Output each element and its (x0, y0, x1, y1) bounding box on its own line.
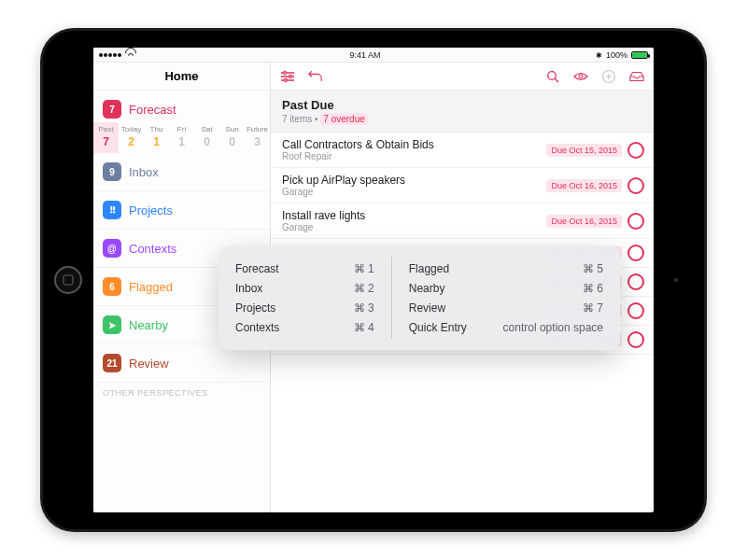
cell-signal-icon (99, 53, 121, 57)
forecast-day[interactable]: Sun0 (219, 122, 245, 153)
section-subtitle: 7 items • 7 overdue (282, 114, 642, 124)
task-title: Call Contractors & Obtain Bids (282, 138, 434, 151)
svg-line-7 (555, 78, 558, 82)
due-date: Due Oct 16, 2015 (546, 215, 622, 228)
eye-icon[interactable] (573, 69, 588, 84)
shortcut-label: Inbox (235, 282, 262, 295)
shortcut-row: Contexts⌘ 4 (235, 321, 374, 334)
sidebar-title: Home (93, 63, 270, 91)
status-time: 9:41 AM (349, 50, 380, 60)
shortcut-key: ⌘ 7 (583, 301, 603, 315)
search-icon[interactable] (545, 69, 560, 84)
task-row[interactable]: Call Contractors & Obtain Bids Roof Repa… (271, 133, 654, 168)
shortcut-row: Projects⌘ 3 (235, 301, 374, 315)
sidebar-item-label: Inbox (129, 165, 159, 179)
forecast-day[interactable]: Thu1 (144, 122, 169, 153)
svg-point-4 (289, 75, 292, 77)
task-title: Install rave lights (282, 209, 365, 222)
shortcut-row: Flagged⌘ 5 (409, 262, 603, 275)
sidebar-item-label: Contexts (129, 242, 176, 256)
complete-checkbox[interactable] (627, 177, 644, 194)
complete-checkbox[interactable] (627, 213, 644, 230)
shortcut-key: ⌘ 6 (583, 282, 603, 295)
shortcut-key: ⌘ 3 (354, 301, 374, 315)
shortcuts-overlay: Forecast⌘ 1Inbox⌘ 2Projects⌘ 3Contexts⌘ … (218, 245, 620, 350)
shortcut-row: Quick Entrycontrol option space (409, 321, 603, 334)
shortcut-label: Forecast (235, 262, 279, 275)
front-camera (674, 278, 678, 282)
screen: 9:41 AM 100% Home 7 Forecast (93, 48, 654, 512)
due-date: Due Oct 16, 2015 (546, 179, 622, 192)
sidebar-item-label: Projects (129, 203, 173, 217)
complete-checkbox[interactable] (627, 245, 644, 261)
shortcut-label: Projects (235, 301, 275, 315)
inbox-icon: 9 (103, 162, 121, 181)
svg-point-5 (285, 78, 288, 81)
forecast-week: Past7Today2Thu1Fri1Sat0Sun0Future3 (93, 122, 270, 153)
sidebar-item-label: Nearby (129, 318, 168, 332)
forecast-day[interactable]: Sat0 (194, 122, 219, 153)
home-button[interactable] (54, 266, 82, 294)
task-project: Garage (282, 222, 365, 232)
complete-checkbox[interactable] (627, 273, 644, 290)
task-row[interactable]: Install rave lights Garage Due Oct 16, 2… (271, 203, 654, 239)
shortcut-key: ⌘ 1 (354, 262, 374, 275)
svg-point-3 (284, 71, 287, 74)
undo-icon[interactable] (308, 69, 323, 84)
sidebar-item-label: Flagged (129, 280, 173, 294)
shortcut-label: Quick Entry (409, 321, 467, 334)
shortcut-label: Contexts (235, 321, 279, 334)
toolbar (271, 63, 654, 91)
task-project: Roof Repair (282, 151, 434, 161)
flag-icon: 6 (103, 277, 121, 296)
shortcut-label: Review (409, 301, 445, 315)
shortcut-key: control option space (503, 321, 603, 334)
battery-percent: 100% (606, 50, 627, 60)
shortcut-row: Forecast⌘ 1 (235, 262, 374, 275)
sidebar-item-label: Review (129, 357, 169, 371)
location-icon: ➤ (103, 315, 121, 334)
settings-icon[interactable] (280, 69, 295, 84)
shortcut-label: Flagged (409, 262, 449, 275)
complete-checkbox[interactable] (627, 302, 644, 319)
ipad-frame: 9:41 AM 100% Home 7 Forecast (40, 28, 707, 532)
task-project: Garage (282, 187, 405, 197)
sidebar-item-review[interactable]: 21 Review (93, 344, 270, 383)
forecast-day[interactable]: Today2 (119, 122, 144, 153)
shortcut-row: Review⌘ 7 (409, 301, 603, 315)
inbox-tray-icon[interactable] (629, 69, 644, 84)
sidebar-item-projects[interactable]: ⠿ Projects (93, 191, 270, 230)
due-date: Due Oct 15, 2015 (546, 144, 622, 157)
shortcut-row: Nearby⌘ 6 (409, 282, 603, 295)
forecast-day[interactable]: Fri1 (169, 122, 194, 153)
contexts-icon: @ (103, 239, 121, 258)
task-row[interactable]: Pick up AirPlay speakers Garage Due Oct … (271, 168, 654, 203)
svg-point-6 (548, 71, 557, 79)
forecast-day[interactable]: Future3 (245, 122, 270, 153)
forecast-day[interactable]: Past7 (93, 122, 119, 153)
shortcut-label: Nearby (409, 282, 445, 295)
bluetooth-icon (596, 50, 602, 60)
sidebar-item-label: Forecast (129, 103, 176, 117)
calendar-icon: 7 (103, 100, 121, 119)
review-icon: 21 (103, 354, 121, 372)
battery-icon (631, 51, 648, 59)
sidebar-item-inbox[interactable]: 9 Inbox (93, 153, 270, 191)
projects-icon: ⠿ (103, 201, 121, 219)
shortcut-key: ⌘ 2 (354, 282, 374, 295)
ipad-bezel: 9:41 AM 100% Home 7 Forecast (43, 31, 704, 529)
sidebar-section-label: OTHER PERSPECTIVES (93, 383, 270, 398)
shortcut-row: Inbox⌘ 2 (235, 282, 374, 295)
shortcut-key: ⌘ 5 (583, 262, 603, 275)
svg-point-8 (579, 75, 583, 78)
shortcut-key: ⌘ 4 (354, 321, 374, 334)
sidebar-item-forecast[interactable]: 7 Forecast Past7Today2Thu1Fri1Sat0Sun0Fu… (93, 91, 270, 153)
wifi-icon (125, 51, 134, 59)
complete-checkbox[interactable] (627, 331, 644, 348)
status-bar: 9:41 AM 100% (93, 48, 654, 63)
complete-checkbox[interactable] (627, 142, 644, 159)
section-header: Past Due 7 items • 7 overdue (271, 91, 654, 133)
task-title: Pick up AirPlay speakers (282, 174, 405, 187)
section-title: Past Due (282, 98, 642, 112)
add-action-icon[interactable] (601, 69, 616, 84)
